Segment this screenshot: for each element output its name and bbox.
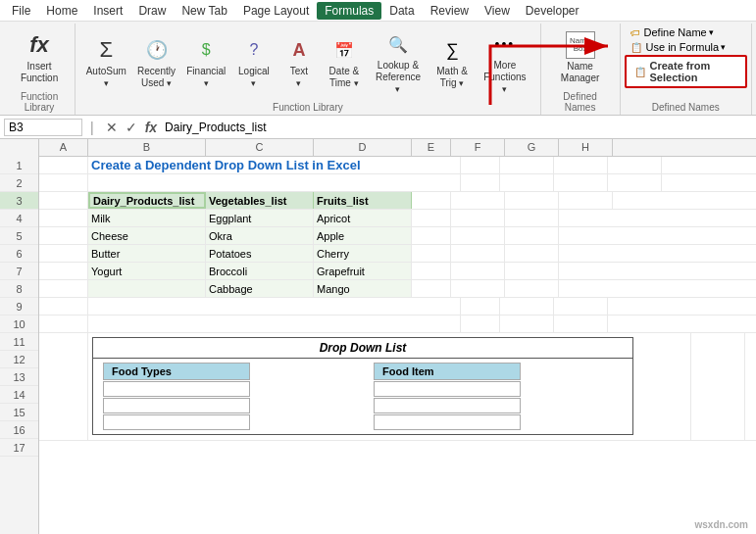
- cell-f9[interactable]: [500, 298, 554, 315]
- cell-e5[interactable]: [412, 227, 451, 244]
- autosum-button[interactable]: Σ AutoSum▾: [81, 31, 130, 92]
- cell-g8[interactable]: [505, 280, 559, 297]
- cell-a5[interactable]: [39, 227, 88, 244]
- cell-f4[interactable]: [451, 210, 505, 226]
- menu-draw[interactable]: Draw: [130, 2, 174, 20]
- formula-input[interactable]: [165, 121, 752, 134]
- menu-file[interactable]: File: [4, 2, 38, 20]
- cell-a10[interactable]: [39, 316, 88, 332]
- cell-h1[interactable]: [608, 157, 662, 173]
- cell-b2[interactable]: [88, 174, 461, 191]
- cell-a4[interactable]: [39, 210, 88, 226]
- insert-function-button[interactable]: fx InsertFunction: [15, 26, 64, 87]
- name-box[interactable]: [4, 119, 82, 136]
- cell-g4[interactable]: [505, 210, 559, 226]
- cell-g6[interactable]: [505, 245, 559, 262]
- cell-b1[interactable]: Create a Dependent Drop Down List in Exc…: [88, 157, 461, 173]
- lookup-reference-button[interactable]: 🔍 Lookup &Reference ▾: [368, 25, 428, 98]
- cell-d8[interactable]: Mango: [314, 280, 412, 297]
- cell-g3[interactable]: [505, 192, 559, 209]
- date-time-button[interactable]: 📅 Date &Time ▾: [323, 31, 366, 92]
- cell-f1[interactable]: [500, 157, 554, 173]
- math-trig-button[interactable]: ∑ Math &Trig ▾: [430, 31, 474, 92]
- cell-g10[interactable]: [554, 316, 608, 332]
- cell-d3[interactable]: Fruits_list: [314, 192, 412, 209]
- cell-c5[interactable]: Okra: [206, 227, 314, 244]
- cell-f10[interactable]: [500, 316, 554, 332]
- fx-icon[interactable]: fx: [141, 120, 161, 135]
- cell-e7[interactable]: [412, 263, 451, 279]
- cell-h3[interactable]: [559, 192, 613, 209]
- food-types-input-3[interactable]: [103, 414, 250, 430]
- cell-a3[interactable]: [39, 192, 88, 209]
- food-types-input-2[interactable]: [103, 398, 250, 413]
- text-button[interactable]: A Text▾: [277, 31, 321, 92]
- cell-c4[interactable]: Eggplant: [206, 210, 314, 226]
- menu-insert[interactable]: Insert: [85, 2, 130, 20]
- cell-e2[interactable]: [461, 174, 500, 191]
- cell-d7[interactable]: Grapefruit: [314, 263, 412, 279]
- cell-g5[interactable]: [505, 227, 559, 244]
- menu-developer[interactable]: Developer: [518, 2, 587, 20]
- cell-c8[interactable]: Cabbage: [206, 280, 314, 297]
- cell-e8[interactable]: [412, 280, 451, 297]
- confirm-icon[interactable]: ✓: [122, 120, 141, 135]
- cell-c7[interactable]: Broccoli: [206, 263, 314, 279]
- cell-b9[interactable]: [88, 298, 461, 315]
- cell-b8[interactable]: [88, 280, 206, 297]
- cell-a6[interactable]: [39, 245, 88, 262]
- cell-e4[interactable]: [412, 210, 451, 226]
- cell-e1[interactable]: [461, 157, 500, 173]
- menu-view[interactable]: View: [477, 2, 518, 20]
- more-functions-button[interactable]: ••• MoreFunctions ▾: [476, 25, 534, 98]
- cell-f5[interactable]: [451, 227, 505, 244]
- cell-f6[interactable]: [451, 245, 505, 262]
- name-manager-button[interactable]: NameBox Name Manager: [547, 26, 614, 87]
- cell-f3[interactable]: [451, 192, 505, 209]
- cell-a8[interactable]: [39, 280, 88, 297]
- recently-used-button[interactable]: 🕐 RecentlyUsed ▾: [132, 31, 179, 92]
- cell-d4[interactable]: Apricot: [314, 210, 412, 226]
- cell-a1[interactable]: [39, 157, 88, 173]
- cell-c6[interactable]: Potatoes: [206, 245, 314, 262]
- cell-e9[interactable]: [461, 298, 500, 315]
- menu-home[interactable]: Home: [38, 2, 85, 20]
- cell-d5[interactable]: Apple: [314, 227, 412, 244]
- cell-a7[interactable]: [39, 263, 88, 279]
- cell-h11-17[interactable]: [691, 333, 745, 441]
- menu-review[interactable]: Review: [423, 2, 477, 20]
- cell-g9[interactable]: [554, 298, 608, 315]
- food-item-input-1[interactable]: [374, 381, 521, 397]
- cell-b7[interactable]: Yogurt: [88, 263, 206, 279]
- cell-h2[interactable]: [608, 174, 662, 191]
- cell-g11-17[interactable]: [637, 333, 691, 441]
- menu-newtab[interactable]: New Tab: [174, 2, 234, 20]
- cell-d6[interactable]: Cherry: [314, 245, 412, 262]
- create-from-selection-button[interactable]: 📋 Create from Selection: [625, 55, 747, 88]
- cell-b5[interactable]: Cheese: [88, 227, 206, 244]
- food-item-input-2[interactable]: [374, 398, 521, 413]
- use-in-formula-button[interactable]: 📋 Use in Formula ▾: [625, 40, 747, 54]
- menu-pagelayout[interactable]: Page Layout: [235, 2, 317, 20]
- cell-a2[interactable]: [39, 174, 88, 191]
- cell-b4[interactable]: Milk: [88, 210, 206, 226]
- cell-a9[interactable]: [39, 298, 88, 315]
- logical-button[interactable]: ? Logical▾: [232, 31, 276, 92]
- food-item-input-3[interactable]: [374, 414, 521, 430]
- cell-e10[interactable]: [461, 316, 500, 332]
- cell-g2[interactable]: [554, 174, 608, 191]
- define-name-button[interactable]: 🏷 Define Name ▾: [625, 25, 747, 39]
- cell-a11-17[interactable]: [39, 333, 88, 441]
- cell-f8[interactable]: [451, 280, 505, 297]
- cell-g7[interactable]: [505, 263, 559, 279]
- cell-e6[interactable]: [412, 245, 451, 262]
- menu-formulas[interactable]: Formulas: [317, 2, 381, 20]
- cell-b10[interactable]: [88, 316, 461, 332]
- cell-b6[interactable]: Butter: [88, 245, 206, 262]
- cell-g1[interactable]: [554, 157, 608, 173]
- menu-data[interactable]: Data: [381, 2, 422, 20]
- cell-b3[interactable]: Dairy_Products_list: [88, 192, 206, 209]
- food-types-input-1[interactable]: [103, 381, 250, 397]
- cell-c3[interactable]: Vegetables_list: [206, 192, 314, 209]
- financial-button[interactable]: $ Financial▾: [182, 31, 230, 92]
